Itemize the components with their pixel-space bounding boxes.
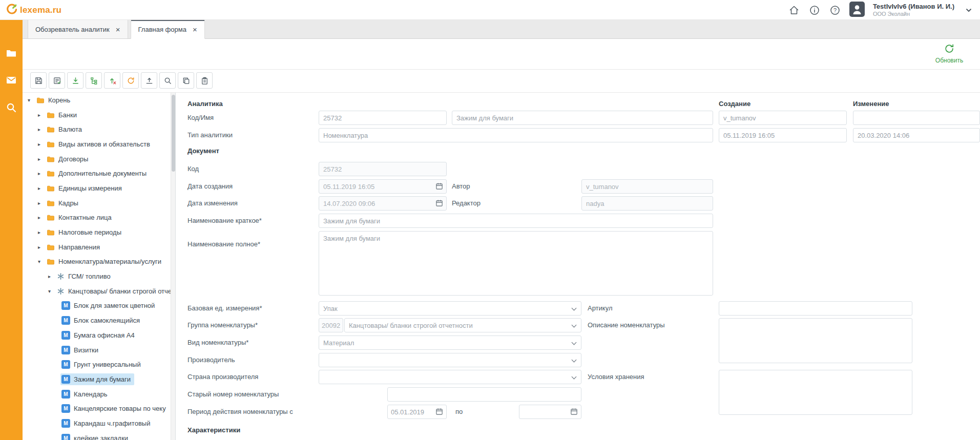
tab-main-form[interactable]: Главная форма × [131,20,205,39]
tree-item[interactable]: ▾Канцтовары/ бланки строгой отчетн [23,284,175,299]
collapse-arrow-icon[interactable]: ▾ [48,288,56,294]
search-button[interactable] [159,72,176,89]
search-nav-icon[interactable] [6,102,17,113]
group-code-input[interactable] [319,318,343,332]
expand-arrow-icon[interactable]: ▸ [48,274,56,279]
expand-arrow-icon[interactable]: ▸ [38,141,46,147]
doc-code-input[interactable] [319,162,447,176]
storage-textarea[interactable] [719,370,912,415]
tree-item[interactable]: ▸Валюта [23,122,175,137]
manufacturer-select[interactable] [319,353,581,367]
tree-item-label: Корень [48,96,70,104]
tree-item[interactable]: ▸Банки [23,108,175,122]
home-icon[interactable] [788,4,800,16]
tab-analytics-explorer[interactable]: Обозреватель аналитик × [28,20,128,38]
description-textarea[interactable] [719,318,912,363]
export-button[interactable] [141,72,157,89]
tree-scrollbar-thumb[interactable] [172,95,175,172]
remove-node-button[interactable] [104,72,120,89]
modified-by-input[interactable] [853,111,980,125]
expand-arrow-icon[interactable]: ▸ [38,127,46,132]
modified-date-input[interactable] [319,196,447,211]
refresh-icon [944,48,955,56]
editor-input[interactable] [581,196,713,211]
user-info[interactable]: TestIvIvIv6 (Иванов И. И.) ООО Эколайн [873,3,954,18]
avatar[interactable] [849,2,865,19]
tree-item[interactable]: MБлок для заметок цветной [23,299,175,313]
name-input[interactable] [452,111,713,125]
tree-item[interactable]: ▾Корень [23,93,175,108]
save-button[interactable] [30,72,47,89]
paste-button[interactable] [196,72,213,89]
tree-item[interactable]: ▸Контактные лица [23,211,175,225]
doc-code-label: Код [187,162,199,176]
chevron-down-icon[interactable] [963,4,975,16]
tree-item[interactable]: ▸Направления [23,240,175,255]
collapse-arrow-icon[interactable]: ▾ [28,97,35,103]
expand-arrow-icon[interactable]: ▸ [38,185,46,191]
base-unit-select[interactable]: Упак [319,301,581,316]
expand-arrow-icon[interactable]: ▸ [38,244,46,250]
add-child-button[interactable] [67,72,84,89]
tree-view-button[interactable] [86,72,102,89]
created-at-input[interactable] [719,128,847,142]
full-name-textarea[interactable]: Зажим для бумаги [319,231,713,296]
tree-item[interactable]: MКарандаш ч.графитовый [23,416,175,431]
short-name-input[interactable] [319,214,713,228]
tree-item[interactable]: ▸Виды активов и обязательств [23,137,175,152]
copy-button[interactable] [178,72,194,89]
form-toolbar [30,72,213,89]
tree-item[interactable]: ▸Кадры [23,196,175,211]
refresh-data-button[interactable] [122,72,139,89]
tab-label: Главная форма [138,26,186,33]
tree-item[interactable]: MГрунт универсальный [23,357,175,372]
tree-item[interactable]: ▸Договоры [23,152,175,166]
expand-arrow-icon[interactable]: ▸ [38,200,46,206]
calendar-icon[interactable] [435,182,444,191]
tree-item[interactable]: ▸Единицы измерения [23,181,175,196]
save-with-check-button[interactable] [49,72,65,89]
collapse-arrow-icon[interactable]: ▾ [38,259,46,264]
close-icon[interactable]: × [193,26,197,33]
tree-item[interactable]: MБлок самоклеящийся [23,313,175,328]
tree-item[interactable]: MЗажим для бумаги [23,372,175,387]
mail-icon[interactable] [6,74,17,86]
author-input[interactable] [581,179,713,194]
calendar-icon[interactable] [570,408,578,416]
tab-label: Обозреватель аналитик [35,26,110,33]
tree-item[interactable]: ▸ГСМ/ топливо [23,269,175,284]
info-icon[interactable] [808,4,821,16]
section-creation: Создание [719,100,750,108]
created-date-input[interactable] [319,179,447,194]
kind-select[interactable]: Материал [319,336,581,350]
help-icon[interactable]: ? [829,4,841,16]
tree-item[interactable]: MВизитки [23,343,175,358]
expand-arrow-icon[interactable]: ▸ [38,229,46,235]
article-input[interactable] [719,301,912,316]
tree-item[interactable]: ▸Налоговые периоды [23,225,175,240]
code-input[interactable] [319,111,447,125]
expand-arrow-icon[interactable]: ▸ [38,156,46,162]
calendar-icon[interactable] [435,408,444,416]
refresh-button[interactable]: Обновить [928,43,971,64]
tree-item[interactable]: MКалендарь [23,387,175,402]
lexema-logo[interactable]: lexema.ru [6,4,61,17]
country-select[interactable] [319,370,581,384]
tree-item[interactable]: ▾Номенклатура/материалы/услуги [23,255,175,269]
tree-scrollbar[interactable] [171,93,175,440]
calendar-icon[interactable] [435,199,444,207]
created-by-input[interactable] [719,111,847,125]
analytics-type-input[interactable] [319,128,713,142]
tree-item[interactable]: MКанцелярские товары по чеку [23,401,175,416]
close-icon[interactable]: × [116,26,120,33]
group-select[interactable]: Канцтовары/ бланки строгой отчетности [344,318,581,332]
expand-arrow-icon[interactable]: ▸ [38,215,46,220]
expand-arrow-icon[interactable]: ▸ [38,171,46,176]
tree-item[interactable]: MБумага офисная А4 [23,328,175,343]
tree-item[interactable]: Mклейкие закладки [23,431,175,440]
old-number-input[interactable] [387,387,581,402]
folder-nav-icon[interactable] [6,48,17,59]
modified-at-input[interactable] [853,128,980,142]
expand-arrow-icon[interactable]: ▸ [38,112,46,118]
tree-item[interactable]: ▸Дополнительные документы [23,166,175,181]
